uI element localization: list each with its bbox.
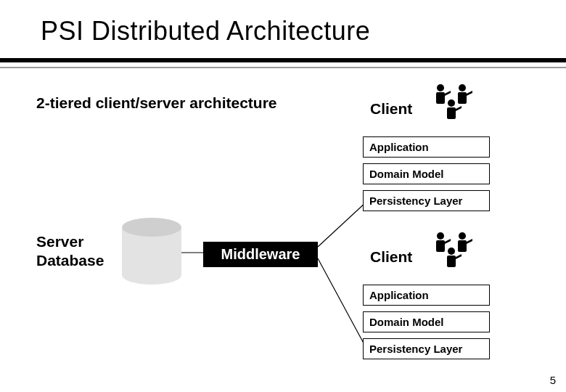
server-database-text: Server Database: [36, 233, 104, 269]
client-1-label: Client: [370, 100, 412, 118]
client-2-persistency-layer: Persistency Layer: [363, 338, 490, 359]
svg-line-1: [318, 202, 366, 247]
svg-rect-7: [458, 92, 467, 104]
client-1-persistency-layer: Persistency Layer: [363, 190, 490, 211]
svg-line-2: [318, 258, 366, 348]
users-icon: [430, 81, 496, 123]
client-2-application-layer: Application: [363, 285, 490, 306]
svg-point-6: [459, 84, 466, 91]
svg-marker-14: [445, 239, 451, 244]
svg-marker-20: [456, 254, 462, 259]
subtitle: 2-tiered client/server architecture: [36, 94, 277, 112]
svg-rect-13: [436, 240, 445, 252]
svg-rect-16: [458, 240, 467, 252]
svg-point-15: [459, 232, 466, 240]
title-rule-thin: [0, 67, 566, 68]
client-1-application-layer: Application: [363, 136, 490, 158]
svg-rect-4: [436, 92, 445, 104]
middleware-box: Middleware: [203, 242, 318, 267]
slide-title: PSI Distributed Architecture: [41, 16, 370, 46]
database-cylinder-icon: [122, 218, 181, 285]
slide: PSI Distributed Architecture 2-tiered cl…: [0, 0, 566, 392]
client-2-domain-model-layer: Domain Model: [363, 311, 490, 332]
svg-marker-8: [467, 91, 472, 96]
server-database-label: Server Database: [36, 232, 104, 271]
svg-marker-17: [467, 239, 472, 244]
title-rule-thick: [0, 58, 566, 62]
svg-marker-5: [445, 91, 451, 96]
svg-rect-10: [447, 107, 456, 119]
svg-point-3: [437, 84, 444, 91]
users-icon: [430, 229, 496, 271]
client-1-domain-model-layer: Domain Model: [363, 163, 490, 184]
svg-marker-11: [456, 106, 462, 111]
svg-point-12: [437, 232, 444, 240]
svg-point-9: [448, 99, 455, 107]
page-number: 5: [550, 374, 556, 386]
client-2-label: Client: [370, 248, 412, 266]
svg-point-18: [448, 248, 455, 255]
svg-rect-19: [447, 256, 456, 267]
